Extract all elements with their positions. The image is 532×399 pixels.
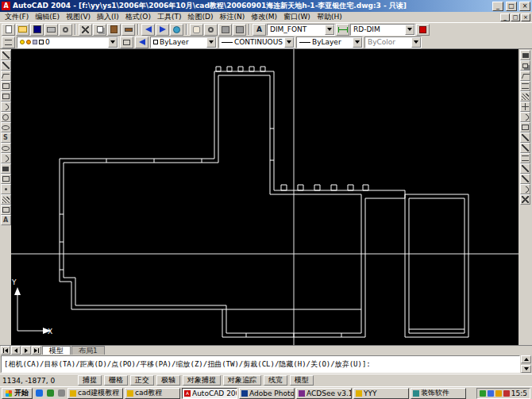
taskbar-decor-software[interactable]: 装饰软件	[411, 388, 466, 399]
text-style-combo[interactable]: DIM_FONT	[267, 24, 335, 36]
taskbar-autocad[interactable]: AAutoCAD 200...	[182, 388, 237, 399]
spline-button[interactable]: S	[1, 132, 11, 143]
lineweight-combo[interactable]: ByLayer	[296, 36, 363, 48]
taskbar-yyy-folder[interactable]: YYY	[353, 388, 409, 399]
scroll-up-button[interactable]	[521, 355, 531, 363]
hatch-button[interactable]	[1, 194, 11, 205]
chevron-down-icon[interactable]	[405, 25, 414, 35]
save-button[interactable]	[30, 24, 44, 36]
circle-button[interactable]	[1, 112, 11, 122]
rotate-button[interactable]	[520, 112, 530, 122]
menu-item-format[interactable]: 格式(O)	[122, 12, 154, 22]
otrack-toggle[interactable]: 对象追踪	[223, 375, 261, 386]
designcenter-button[interactable]	[233, 24, 246, 36]
chevron-down-icon[interactable]	[108, 37, 118, 48]
ellipse-button[interactable]	[1, 143, 11, 153]
layer-lock-icon[interactable]	[33, 40, 37, 44]
new-button[interactable]	[2, 24, 15, 36]
tab-last-button[interactable]	[32, 346, 41, 355]
layer-properties-button[interactable]	[2, 36, 15, 48]
ortho-toggle[interactable]: 正交	[130, 375, 154, 386]
drawing-canvas[interactable]: Y X	[11, 49, 519, 345]
autocad-app-icon[interactable]: A	[2, 2, 10, 10]
polar-toggle[interactable]: 极轴	[156, 375, 180, 386]
copy-object-button[interactable]	[520, 60, 530, 71]
taskbar-cad-modeling-folder[interactable]: cad建模教程	[67, 388, 123, 399]
start-button[interactable]: 开始	[2, 388, 33, 399]
model-space-toggle[interactable]: 模型	[290, 375, 314, 386]
layer-freeze-icon[interactable]	[26, 40, 31, 44]
make-object-layer-current-button[interactable]	[120, 36, 133, 48]
taskbar-acdsee[interactable]: ACDSee v3.1...	[296, 388, 352, 399]
mdi-restore-button[interactable]: □	[511, 13, 520, 21]
chevron-down-icon[interactable]	[206, 37, 216, 48]
trim-button[interactable]	[520, 143, 530, 153]
menu-item-help[interactable]: 帮助(H)	[314, 12, 345, 22]
command-scrollbar[interactable]	[521, 355, 531, 373]
mdi-close-button[interactable]: ×	[521, 13, 530, 21]
snap-toggle[interactable]: 捕捉	[78, 375, 102, 386]
maximize-button[interactable]: □	[506, 2, 517, 11]
dim-style-combo[interactable]: RD-DIM	[350, 24, 415, 36]
scale-button[interactable]	[520, 122, 530, 132]
color-combo[interactable]: ByLayer	[150, 36, 217, 48]
dim-style-button[interactable]	[336, 24, 349, 36]
match-properties-button[interactable]	[121, 24, 135, 36]
insert-block-button[interactable]	[1, 163, 11, 174]
quicklaunch-desktop-button[interactable]	[45, 389, 55, 398]
lineweight-toggle[interactable]: 线宽	[264, 375, 287, 386]
stretch-button[interactable]	[520, 132, 530, 143]
menu-item-window[interactable]: 窗口(W)	[280, 12, 314, 22]
menu-item-draw[interactable]: 绘图(D)	[184, 12, 216, 22]
mirror-button[interactable]	[520, 71, 530, 81]
chevron-down-icon[interactable]	[353, 37, 362, 48]
tab-prev-button[interactable]	[11, 346, 21, 355]
extend-button[interactable]	[520, 153, 530, 163]
menu-item-insert[interactable]: 插入(I)	[94, 12, 122, 22]
multiline-text-button[interactable]: A	[1, 215, 11, 225]
move-button[interactable]	[520, 102, 530, 112]
quicklaunch-ie-button[interactable]	[34, 389, 44, 398]
break-button[interactable]	[520, 163, 530, 174]
menu-item-view[interactable]: 视图(V)	[63, 12, 94, 22]
tab-first-button[interactable]	[1, 346, 10, 355]
quicklaunch-media-button[interactable]	[56, 389, 66, 398]
plot-style-combo[interactable]: ByColor	[364, 36, 422, 48]
menu-item-file[interactable]: 文件(F)	[2, 12, 32, 22]
minimize-button[interactable]: _	[492, 2, 503, 11]
cut-button[interactable]	[79, 24, 92, 36]
region-button[interactable]	[1, 205, 11, 215]
tray-icon-2[interactable]	[488, 390, 494, 397]
menu-item-edit[interactable]: 编辑(E)	[32, 12, 63, 22]
copy-button[interactable]	[93, 24, 106, 36]
taskbar-photoshop[interactable]: Adobe Photo...	[239, 388, 295, 399]
open-button[interactable]	[16, 24, 29, 36]
erase-button[interactable]	[520, 50, 530, 60]
linetype-combo[interactable]: CONTINUOUS	[218, 36, 295, 48]
chevron-down-icon[interactable]	[325, 25, 334, 35]
tab-next-button[interactable]	[21, 346, 31, 355]
grid-toggle[interactable]: 栅格	[104, 375, 128, 386]
chamfer-button[interactable]	[520, 174, 530, 184]
point-button[interactable]	[1, 184, 11, 194]
insert-hyperlink-button[interactable]	[170, 24, 183, 36]
tray-icon-3[interactable]	[495, 390, 502, 397]
pan-button[interactable]	[190, 24, 203, 36]
chevron-down-icon[interactable]	[284, 37, 294, 48]
layer-previous-button[interactable]	[135, 36, 148, 48]
array-button[interactable]	[520, 91, 530, 102]
tray-clock[interactable]: 15:5	[511, 389, 527, 397]
make-block-button[interactable]	[1, 174, 11, 184]
explode-button[interactable]	[520, 194, 530, 205]
plot-button[interactable]	[44, 24, 58, 36]
close-button[interactable]: ×	[519, 2, 530, 11]
mdi-minimize-button[interactable]: _	[500, 13, 510, 21]
osnap-toggle[interactable]: 对象捕捉	[183, 375, 221, 386]
offset-button[interactable]	[520, 81, 530, 91]
revision-cloud-button[interactable]	[1, 122, 11, 132]
menu-item-tools[interactable]: 工具(T)	[154, 12, 185, 22]
zoom-button[interactable]	[204, 24, 218, 36]
coordinate-display[interactable]: 1134, -1877, 0	[2, 377, 75, 385]
construction-line-button[interactable]	[1, 60, 11, 71]
ellipse-arc-button[interactable]	[1, 153, 11, 163]
